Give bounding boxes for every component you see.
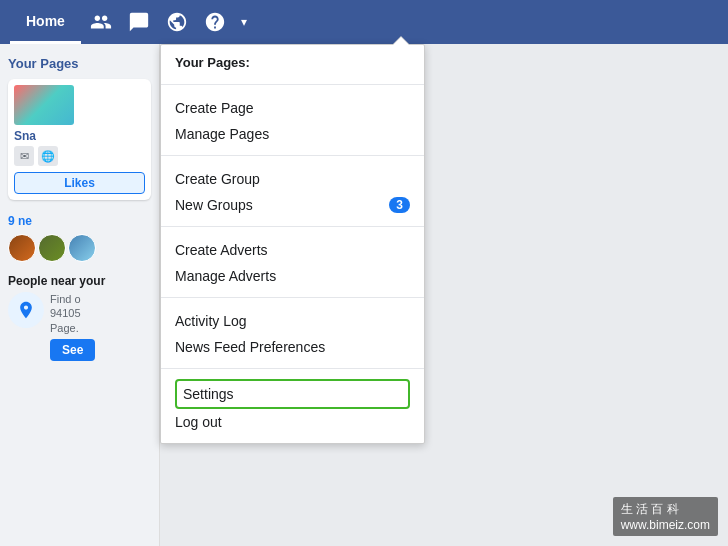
watermark-line1: 生 活 百 科 bbox=[621, 501, 710, 518]
create-page-item[interactable]: Create Page bbox=[175, 95, 410, 121]
watermark: 生 活 百 科 www.bimeiz.com bbox=[613, 497, 718, 536]
page-icon-row: ✉ 🌐 bbox=[14, 146, 145, 166]
page-name: Sna bbox=[14, 129, 145, 143]
chat-icon[interactable]: ✉ bbox=[14, 146, 34, 166]
avatar-1 bbox=[8, 234, 36, 262]
your-pages-title: Your Pages bbox=[8, 56, 151, 71]
nearby-text: Find o94105Page. bbox=[50, 292, 95, 335]
avatar-3 bbox=[68, 234, 96, 262]
manage-adverts-item[interactable]: Manage Adverts bbox=[175, 263, 410, 289]
logout-item[interactable]: Log out bbox=[175, 409, 410, 435]
your-pages-section: Your Pages: bbox=[161, 45, 424, 85]
activity-log-item[interactable]: Activity Log bbox=[175, 308, 410, 334]
create-group-item[interactable]: Create Group bbox=[175, 166, 410, 192]
see-button[interactable]: See bbox=[50, 339, 95, 361]
groups-section: Create Group New Groups 3 bbox=[161, 156, 424, 227]
create-group-label: Create Group bbox=[175, 171, 260, 187]
avatar-2 bbox=[38, 234, 66, 262]
settings-label: Settings bbox=[183, 386, 234, 402]
notifications-section: 9 ne bbox=[8, 214, 151, 262]
activity-log-label: Activity Log bbox=[175, 313, 247, 329]
friends-icon[interactable] bbox=[85, 6, 117, 38]
messages-icon[interactable] bbox=[123, 6, 155, 38]
dropdown-arrow-icon: ▾ bbox=[241, 15, 247, 29]
account-dropdown-button[interactable]: ▾ bbox=[237, 11, 251, 33]
nav-icons: ▾ bbox=[85, 6, 251, 38]
your-pages-header: Your Pages: bbox=[175, 55, 410, 70]
create-page-label: Create Page bbox=[175, 100, 254, 116]
new-groups-item[interactable]: New Groups 3 bbox=[175, 192, 410, 218]
help-icon[interactable] bbox=[199, 6, 231, 38]
news-feed-prefs-label: News Feed Preferences bbox=[175, 339, 325, 355]
news-feed-prefs-item[interactable]: News Feed Preferences bbox=[175, 334, 410, 360]
globe-icon[interactable] bbox=[161, 6, 193, 38]
watermark-line2: www.bimeiz.com bbox=[621, 518, 710, 532]
page-thumbnail bbox=[14, 85, 74, 125]
create-adverts-item[interactable]: Create Adverts bbox=[175, 237, 410, 263]
nearby-item: Find o94105Page. See bbox=[8, 292, 151, 361]
account-section: Settings Log out bbox=[161, 369, 424, 443]
map-icon bbox=[8, 292, 44, 328]
new-groups-badge: 3 bbox=[389, 197, 410, 213]
globe-small-icon[interactable]: 🌐 bbox=[38, 146, 58, 166]
settings-item[interactable]: Settings bbox=[175, 379, 410, 409]
page-card: Sna ✉ 🌐 Likes bbox=[8, 79, 151, 200]
create-adverts-label: Create Adverts bbox=[175, 242, 268, 258]
account-dropdown-menu: Your Pages: Create Page Manage Pages Cre… bbox=[160, 44, 425, 444]
navbar: Home ▾ bbox=[0, 0, 728, 44]
avatar-row bbox=[8, 234, 151, 262]
nearby-text-block: Find o94105Page. See bbox=[50, 292, 95, 361]
pages-section: Create Page Manage Pages bbox=[161, 85, 424, 156]
manage-pages-label: Manage Pages bbox=[175, 126, 269, 142]
dropdown-fill-arrow bbox=[393, 37, 409, 45]
nearby-section-title: People near your bbox=[8, 274, 151, 288]
activity-section: Activity Log News Feed Preferences bbox=[161, 298, 424, 369]
content-area: Your Pages Sna ✉ 🌐 Likes 9 ne People nea… bbox=[0, 44, 728, 546]
new-groups-label: New Groups bbox=[175, 197, 253, 213]
home-label: Home bbox=[26, 13, 65, 29]
likes-button[interactable]: Likes bbox=[14, 172, 145, 194]
manage-pages-item[interactable]: Manage Pages bbox=[175, 121, 410, 147]
logout-label: Log out bbox=[175, 414, 222, 430]
manage-adverts-label: Manage Adverts bbox=[175, 268, 276, 284]
home-nav-item[interactable]: Home bbox=[10, 0, 81, 44]
notification-count: 9 ne bbox=[8, 214, 151, 228]
sidebar: Your Pages Sna ✉ 🌐 Likes 9 ne People nea… bbox=[0, 44, 160, 546]
main-area: Your Pages: Create Page Manage Pages Cre… bbox=[160, 44, 728, 546]
adverts-section: Create Adverts Manage Adverts bbox=[161, 227, 424, 298]
